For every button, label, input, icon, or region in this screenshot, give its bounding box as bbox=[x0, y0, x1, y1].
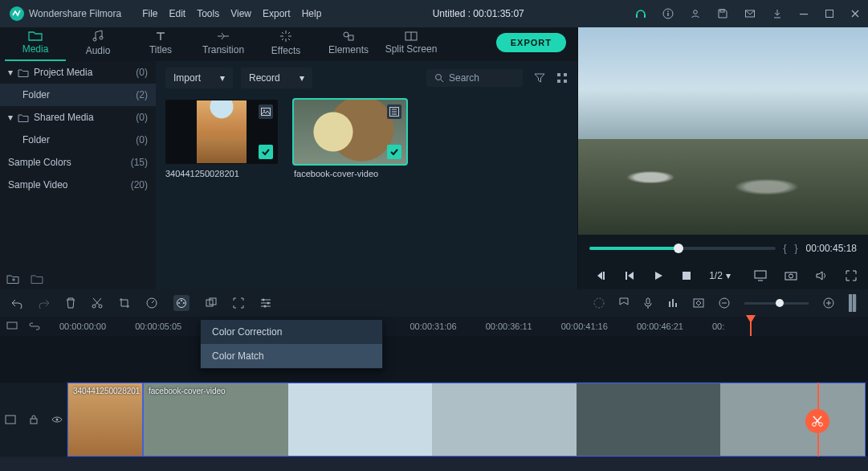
adjust-icon[interactable] bbox=[260, 298, 271, 308]
track-height-toggle[interactable] bbox=[849, 294, 857, 312]
tab-effects[interactable]: Effects bbox=[255, 27, 316, 61]
zoom-in-icon[interactable] bbox=[823, 297, 834, 309]
search-input[interactable]: Search bbox=[426, 69, 523, 87]
preview-viewport[interactable] bbox=[578, 27, 868, 235]
split-scissor-icon[interactable] bbox=[805, 409, 829, 433]
play-icon[interactable] bbox=[653, 270, 664, 281]
color-context-menu: Color Correction Color Match bbox=[200, 319, 383, 369]
clip-1[interactable]: 340441250028201 bbox=[67, 383, 143, 457]
step-back-icon[interactable] bbox=[624, 270, 635, 281]
export-button[interactable]: EXPORT bbox=[496, 33, 566, 52]
grid-view-icon[interactable] bbox=[556, 72, 568, 84]
mark-out-icon[interactable]: } bbox=[795, 243, 798, 254]
focus-icon[interactable] bbox=[233, 297, 244, 309]
svg-rect-2 bbox=[644, 14, 646, 18]
tab-elements[interactable]: Elements bbox=[318, 27, 379, 61]
download-icon[interactable] bbox=[772, 8, 783, 19]
svg-rect-46 bbox=[646, 298, 650, 304]
playback-speed[interactable]: 1/2▾ bbox=[709, 270, 731, 281]
transition-icon bbox=[216, 31, 230, 42]
library-area: ▾ Project Media (0) Folder (2) ▾ Shared … bbox=[0, 61, 577, 289]
titlebar: Wondershare Filmora File Edit Tools View… bbox=[0, 0, 868, 27]
tree-sample-video[interactable]: Sample Video (20) bbox=[0, 174, 156, 196]
filter-icon[interactable] bbox=[534, 72, 545, 84]
overlay-icon[interactable] bbox=[206, 297, 217, 309]
tab-transition-label: Transition bbox=[202, 44, 244, 55]
tab-media[interactable]: Media bbox=[5, 27, 66, 61]
speed-icon[interactable] bbox=[146, 297, 157, 309]
info-icon[interactable] bbox=[662, 8, 674, 19]
render-icon[interactable] bbox=[593, 297, 605, 309]
menu-edit[interactable]: Edit bbox=[169, 8, 186, 19]
playhead[interactable] bbox=[750, 317, 752, 336]
tab-audio[interactable]: Audio bbox=[67, 27, 128, 61]
tab-effects-label: Effects bbox=[271, 45, 300, 56]
tree-project-media-label: Project Media bbox=[34, 67, 92, 78]
track-video-icon[interactable] bbox=[5, 415, 16, 424]
redo-icon[interactable] bbox=[39, 297, 50, 309]
svg-point-17 bbox=[436, 75, 442, 80]
tab-transition[interactable]: Transition bbox=[193, 27, 254, 61]
record-dropdown[interactable]: Record▾ bbox=[241, 68, 312, 88]
snapshot-icon[interactable] bbox=[784, 271, 797, 281]
import-label: Import bbox=[173, 72, 201, 84]
undo-icon[interactable] bbox=[11, 297, 22, 309]
mark-in-icon[interactable]: { bbox=[784, 243, 787, 254]
menu-color-match[interactable]: Color Match bbox=[201, 344, 382, 368]
tree-sample-colors[interactable]: Sample Colors (15) bbox=[0, 151, 156, 174]
media-item-2[interactable]: facebook-cover-video bbox=[294, 100, 406, 178]
menu-tools[interactable]: Tools bbox=[197, 8, 219, 19]
support-icon[interactable] bbox=[635, 8, 646, 19]
audio-mixer-icon[interactable] bbox=[667, 297, 679, 309]
minimize-icon[interactable] bbox=[799, 9, 809, 18]
track-lock-icon[interactable] bbox=[30, 415, 38, 424]
message-icon[interactable] bbox=[744, 8, 756, 19]
clip-2[interactable]: facebook-cover-video bbox=[143, 383, 866, 457]
close-icon[interactable] bbox=[850, 9, 860, 18]
import-dropdown[interactable]: Import▾ bbox=[165, 68, 233, 88]
maximize-icon[interactable] bbox=[825, 9, 834, 18]
zoom-slider[interactable] bbox=[744, 302, 809, 305]
menu-file[interactable]: File bbox=[142, 8, 157, 19]
menu-help[interactable]: Help bbox=[302, 8, 322, 19]
speed-value: 1/2 bbox=[709, 270, 723, 281]
media-item-1[interactable]: 340441250028201 bbox=[165, 100, 278, 178]
marker-icon[interactable] bbox=[619, 297, 629, 309]
keyframe-icon[interactable] bbox=[693, 298, 704, 308]
prev-frame-icon[interactable] bbox=[595, 270, 606, 281]
link-icon[interactable] bbox=[29, 322, 40, 331]
tree-shared-folder[interactable]: Folder (0) bbox=[0, 129, 156, 151]
delete-folder-icon[interactable] bbox=[31, 273, 43, 285]
voiceover-icon[interactable] bbox=[643, 297, 653, 309]
cut-icon[interactable] bbox=[92, 297, 103, 309]
fullscreen-icon[interactable] bbox=[846, 270, 857, 281]
zoom-out-icon[interactable] bbox=[719, 297, 730, 309]
display-icon[interactable] bbox=[754, 270, 767, 281]
tree-project-media[interactable]: ▾ Project Media (0) bbox=[0, 61, 156, 84]
color-icon[interactable] bbox=[173, 295, 189, 311]
menu-view[interactable]: View bbox=[230, 8, 251, 19]
crop-icon[interactable] bbox=[119, 297, 130, 309]
timeline-ruler[interactable]: 00:00:00:00 00:00:05:05 00:00:20:20 00:0… bbox=[0, 317, 868, 336]
svg-point-6 bbox=[694, 10, 698, 14]
timeline-tracks: 340441250028201 facebook-cover-video bbox=[0, 336, 868, 457]
tick-1: 00:00:05:05 bbox=[135, 322, 181, 331]
preview-slider[interactable] bbox=[589, 247, 776, 250]
account-icon[interactable] bbox=[690, 8, 701, 19]
new-folder-icon[interactable] bbox=[6, 273, 19, 285]
save-icon[interactable] bbox=[717, 8, 728, 19]
video-track-lane[interactable]: 340441250028201 facebook-cover-video bbox=[67, 383, 868, 457]
track-visibility-icon[interactable] bbox=[51, 416, 63, 424]
tree-shared-media[interactable]: ▾ Shared Media (0) bbox=[0, 106, 156, 129]
clip-1-label: 340441250028201 bbox=[73, 387, 140, 395]
magnet-icon[interactable] bbox=[6, 322, 18, 331]
tree-sample-video-count: (20) bbox=[131, 179, 148, 190]
menu-export[interactable]: Export bbox=[263, 8, 291, 19]
delete-icon[interactable] bbox=[66, 297, 75, 309]
tree-folder[interactable]: Folder (2) bbox=[0, 84, 156, 106]
stop-icon[interactable] bbox=[682, 271, 691, 281]
volume-icon[interactable] bbox=[815, 270, 828, 281]
tab-titles[interactable]: Titles bbox=[130, 27, 191, 61]
tab-splitscreen[interactable]: Split Screen bbox=[381, 27, 442, 61]
menu-color-correction[interactable]: Color Correction bbox=[201, 320, 382, 344]
